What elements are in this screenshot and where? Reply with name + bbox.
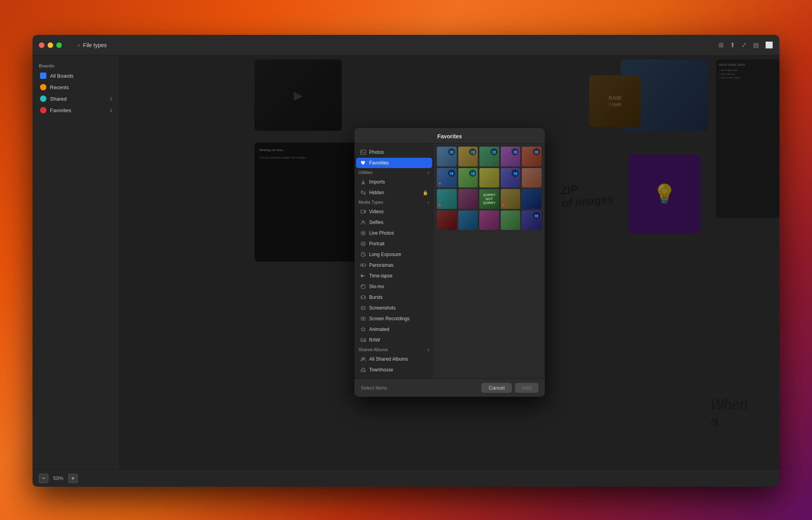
sidebar-item-all-boards[interactable]: All Boards (35, 70, 117, 81)
mac-window: ‹ File types ⊞ ⬆ ⤢ ▤ ⬜ Boards All Boards (33, 35, 779, 487)
heart-badge: ♥ (502, 203, 505, 207)
dlg-media-types-section[interactable]: Media Types ∨ (354, 198, 434, 206)
svg-rect-16 (361, 296, 362, 298)
photo-cell[interactable] (522, 189, 542, 209)
svg-rect-17 (365, 296, 366, 298)
dlg-utilities-label: Utilities (358, 170, 372, 175)
dialog-title: Favorites (437, 133, 462, 140)
favorites-count: 1 (110, 108, 112, 113)
share-icon[interactable]: ⬆ (730, 41, 735, 49)
photo-cell[interactable] (437, 210, 457, 230)
shared-label: Shared (50, 96, 107, 102)
dlg-sidebar-long-exposure[interactable]: Long Exposure (356, 249, 432, 260)
window-icon[interactable]: ⬜ (765, 41, 773, 49)
dlg-media-types-label: Media Types (358, 200, 383, 205)
dlg-sidebar-favorites[interactable]: Favorites (356, 158, 432, 168)
dlg-sidebar-hidden[interactable]: Hidden 🔒 (356, 187, 432, 198)
photo-cell[interactable]: 👥 ♥ (437, 168, 457, 188)
photo-cell[interactable]: 👥 (437, 147, 457, 166)
dlg-sidebar-townhouse[interactable]: Townhouse (356, 365, 432, 375)
zoom-icon[interactable]: ⤢ (741, 41, 747, 49)
dialog-header: Favorites (354, 128, 545, 143)
photo-cell[interactable] (501, 210, 521, 230)
dlg-utilities-section[interactable]: Utilities ∨ (354, 168, 434, 176)
all-boards-label: All Boards (50, 73, 112, 79)
dlg-sidebar-portrait[interactable]: Portrait (356, 239, 432, 249)
dlg-sidebar-bursts[interactable]: Bursts (356, 292, 432, 302)
photo-cell[interactable]: ♥ (437, 189, 457, 209)
photo-cell[interactable]: 👥 (501, 147, 521, 166)
sidebar-item-favorites[interactable]: Favorites 1 (35, 105, 117, 116)
lock-icon: 🔒 (423, 190, 428, 195)
dlg-long-exposure-label: Long Exposure (369, 252, 401, 257)
dlg-sidebar-photos[interactable]: Photos (356, 147, 432, 157)
videos-icon (360, 208, 366, 215)
grid-icon[interactable]: ⊞ (718, 41, 724, 49)
dlg-raw-label: RAW (369, 337, 380, 343)
dlg-sidebar-screenshots[interactable]: Screenshots (356, 303, 432, 313)
photo-cell[interactable]: 👥 (501, 168, 521, 188)
zoom-level: 50% (53, 475, 63, 481)
sidebar-item-shared[interactable]: Shared 1 (35, 93, 117, 104)
dlg-sidebar-live-photos[interactable]: Live Photos (356, 228, 432, 238)
photo-cell[interactable] (458, 189, 478, 209)
photo-cell[interactable]: 👥 (458, 168, 478, 188)
window-body: Boards All Boards Recents Shared 1 (33, 55, 779, 469)
people-badge: 👥 (448, 170, 455, 177)
live-photos-icon (360, 230, 366, 236)
dlg-sidebar-time-lapse[interactable]: Time-lapse (356, 271, 432, 281)
people-badge: 👥 (533, 212, 540, 219)
add-button[interactable]: Add (515, 383, 538, 393)
svg-point-14 (361, 285, 366, 289)
dlg-live-photos-label: Live Photos (369, 230, 394, 236)
photo-cell[interactable]: SORRY NOT SORRY (479, 189, 499, 209)
back-button[interactable]: ‹ (78, 42, 80, 49)
dlg-shared-albums-section[interactable]: Shared Albums ∨ (354, 346, 434, 354)
photo-cell[interactable]: ♥ (501, 189, 521, 209)
photo-cell[interactable]: 👥 (458, 147, 478, 166)
svg-rect-3 (361, 210, 364, 213)
close-button[interactable] (39, 42, 44, 48)
dlg-slo-mo-label: Slo-mo (369, 284, 384, 289)
all-boards-icon (40, 72, 47, 79)
dlg-sidebar-slo-mo[interactable]: Slo-mo (356, 281, 432, 292)
window-title: File types (83, 42, 107, 48)
dlg-sidebar-selfies[interactable]: Selfies (356, 217, 432, 228)
photos-dialog: Favorites (354, 128, 545, 397)
bursts-icon (360, 294, 366, 300)
people-badge: 👥 (469, 170, 476, 177)
minus-icon: − (42, 475, 45, 482)
dlg-sidebar-screen-recordings[interactable]: Screen Recordings (356, 314, 432, 324)
maximize-button[interactable] (56, 42, 62, 48)
selfies-icon (360, 219, 366, 226)
cancel-button[interactable]: Cancel (481, 383, 511, 393)
photo-cell[interactable] (479, 210, 499, 230)
select-items-label: Select Items (361, 385, 387, 391)
minimize-button[interactable] (48, 42, 53, 48)
panoramas-icon (360, 262, 366, 268)
dlg-sidebar-raw[interactable]: RAW RAW (356, 335, 432, 345)
dlg-all-shared-albums-label: All Shared Albums (369, 356, 408, 362)
svg-rect-2 (361, 184, 365, 184)
dlg-sidebar-videos[interactable]: Videos (356, 206, 432, 217)
sidebar-item-recents[interactable]: Recents (35, 82, 117, 93)
photo-cell[interactable]: 👥 (522, 147, 542, 166)
zoom-out-button[interactable]: − (39, 474, 48, 483)
photo-cell[interactable]: 👥 (522, 210, 542, 230)
dlg-sidebar-panoramas[interactable]: Panoramas (356, 260, 432, 270)
photo-cell[interactable] (479, 168, 499, 188)
photo-cell[interactable] (458, 210, 478, 230)
slo-mo-icon (360, 283, 366, 290)
screenshots-icon (360, 305, 366, 311)
svg-rect-15 (362, 296, 365, 299)
zoom-in-button[interactable]: + (68, 474, 78, 483)
dlg-sidebar-imports[interactable]: Imports (356, 177, 432, 187)
photo-cell[interactable]: 👥 (479, 147, 499, 166)
dialog-overlay: Favorites (120, 55, 779, 469)
recents-icon (40, 84, 47, 91)
photo-cell[interactable] (522, 168, 542, 188)
dlg-sidebar-all-shared-albums[interactable]: All Shared Albums (356, 354, 432, 364)
view-icon[interactable]: ▤ (753, 41, 759, 49)
dlg-sidebar-animated[interactable]: Animated (356, 324, 432, 335)
dlg-hidden-label: Hidden (369, 190, 384, 195)
